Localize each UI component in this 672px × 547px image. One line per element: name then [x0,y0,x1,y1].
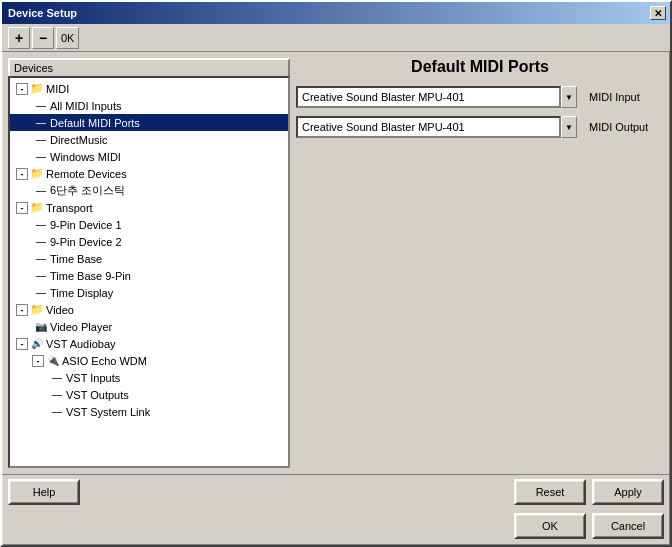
tree-item-vst-inputs[interactable]: — VST Inputs [10,369,288,386]
cancel-button[interactable]: Cancel [592,513,664,539]
tree-label-vst-syslink: VST System Link [66,406,150,418]
devices-header: Devices [8,58,290,76]
tree-item-9pin2[interactable]: — 9-Pin Device 2 [10,233,288,250]
folder-icon-video: 📁 [30,303,44,317]
tree-item-remote-devices[interactable]: - 📁 Remote Devices [10,165,288,182]
tree-item-windows-midi[interactable]: — Windows MIDI [10,148,288,165]
tree-label-9pin1: 9-Pin Device 1 [50,219,122,231]
tree-item-videoplayer[interactable]: 📷 Video Player [10,318,288,335]
leaf-icon-vst-inputs: — [50,371,64,385]
tree-label-vst-outputs: VST Outputs [66,389,129,401]
apply-button[interactable]: Apply [592,479,664,505]
tree-item-video[interactable]: - 📁 Video [10,301,288,318]
tree-item-timebase[interactable]: — Time Base [10,250,288,267]
tree-item-vst-outputs[interactable]: — VST Outputs [10,386,288,403]
device-setup-window: Device Setup ✕ + − 0K Devices - 📁 MIDI [0,0,672,547]
leaf-icon-directmusic: — [34,133,48,147]
title-bar: Device Setup ✕ [2,2,670,24]
midi-settings: Creative Sound Blaster MPU-401 ▼ MIDI In… [296,86,664,468]
leaf-icon-windows-midi: — [34,150,48,164]
tree-label-video: Video [46,304,74,316]
tree-item-all-midi[interactable]: — All MIDI Inputs [10,97,288,114]
midi-output-dropdown-arrow[interactable]: ▼ [561,116,577,138]
tree-label-videoplayer: Video Player [50,321,112,333]
midi-output-select-wrapper: Creative Sound Blaster MPU-401 ▼ [296,116,577,138]
tree-item-transport[interactable]: - 📁 Transport [10,199,288,216]
midi-input-select-wrapper: Creative Sound Blaster MPU-401 ▼ [296,86,577,108]
tree-label-transport: Transport [46,202,93,214]
leaf-icon-timebase: — [34,252,48,266]
leaf-icon-9pin2: — [34,235,48,249]
tree-item-directmusic[interactable]: — DirectMusic [10,131,288,148]
tree-label-midi: MIDI [46,83,69,95]
close-button[interactable]: ✕ [650,6,666,20]
folder-icon-transport: 📁 [30,201,44,215]
toggle-transport[interactable]: - [16,202,28,214]
tree-scroll-area[interactable]: - 📁 MIDI — All MIDI Inputs — Defaul [10,78,288,466]
folder-icon-remote: 📁 [30,167,44,181]
toggle-remote[interactable]: - [16,168,28,180]
bottom-button-row: Help Reset Apply [2,474,670,509]
midi-input-label: MIDI Input [589,91,664,103]
tree-label-windows-midi: Windows MIDI [50,151,121,163]
ok-small-button[interactable]: 0K [56,27,79,49]
midi-output-select[interactable]: Creative Sound Blaster MPU-401 [296,116,561,138]
tree-item-timebase9[interactable]: — Time Base 9-Pin [10,267,288,284]
toggle-video[interactable]: - [16,304,28,316]
tree-item-midi[interactable]: - 📁 MIDI [10,80,288,97]
ok-button[interactable]: OK [514,513,586,539]
reset-button[interactable]: Reset [514,479,586,505]
leaf-icon-vst-outputs: — [50,388,64,402]
tree-label-timebase: Time Base [50,253,102,265]
camera-icon-videoplayer: 📷 [34,320,48,334]
chip-icon-asio: 🔌 [46,354,60,368]
folder-icon-midi: 📁 [30,82,44,96]
toggle-asio[interactable]: - [32,355,44,367]
toolbar: + − 0K [2,24,670,52]
leaf-icon-timedisplay: — [34,286,48,300]
toggle-vst-audiobay[interactable]: - [16,338,28,350]
tree-label-vst-inputs: VST Inputs [66,372,120,384]
tree-label-directmusic: DirectMusic [50,134,107,146]
tree-container: - 📁 MIDI — All MIDI Inputs — Defaul [8,76,290,468]
speaker-icon-vst: 🔊 [30,337,44,351]
tree-item-vst-audiobay[interactable]: - 🔊 VST Audiobay [10,335,288,352]
tree-label-all-midi: All MIDI Inputs [50,100,122,112]
leaf-icon-default-midi: — [34,116,48,130]
tree-label-timebase9: Time Base 9-Pin [50,270,131,282]
tree-label-default-midi: Default MIDI Ports [50,117,140,129]
window-title: Device Setup [8,7,77,19]
tree-item-timedisplay[interactable]: — Time Display [10,284,288,301]
add-device-button[interactable]: + [8,27,30,49]
final-button-row: OK Cancel [2,509,670,545]
right-panel: Default MIDI Ports Creative Sound Blaste… [296,58,664,468]
midi-output-row: Creative Sound Blaster MPU-401 ▼ MIDI Ou… [296,116,664,138]
tree-item-default-midi[interactable]: — Default MIDI Ports [10,114,288,131]
midi-output-label: MIDI Output [589,121,664,133]
tree-label-joystick: 6단추 조이스틱 [50,183,125,198]
tree-label-vst-audiobay: VST Audiobay [46,338,116,350]
bottom-right-buttons: Reset Apply [514,479,664,505]
tree-item-vst-syslink[interactable]: — VST System Link [10,403,288,420]
tree-label-9pin2: 9-Pin Device 2 [50,236,122,248]
tree-item-asio-echo[interactable]: - 🔌 ASIO Echo WDM [10,352,288,369]
help-button[interactable]: Help [8,479,80,505]
tree-label-asio: ASIO Echo WDM [62,355,147,367]
bottom-left-buttons: Help [8,479,80,505]
midi-input-row: Creative Sound Blaster MPU-401 ▼ MIDI In… [296,86,664,108]
leaf-icon-vst-syslink: — [50,405,64,419]
leaf-icon-joystick: — [34,184,48,198]
leaf-icon-timebase9: — [34,269,48,283]
tree-item-9pin1[interactable]: — 9-Pin Device 1 [10,216,288,233]
midi-input-dropdown-arrow[interactable]: ▼ [561,86,577,108]
toggle-midi[interactable]: - [16,83,28,95]
leaf-icon-all-midi: — [34,99,48,113]
main-content: Devices - 📁 MIDI — All MIDI Inputs [2,52,670,474]
remove-device-button[interactable]: − [32,27,54,49]
section-title: Default MIDI Ports [296,58,664,76]
midi-input-select[interactable]: Creative Sound Blaster MPU-401 [296,86,561,108]
tree-label-remote: Remote Devices [46,168,127,180]
tree-item-joystick[interactable]: — 6단추 조이스틱 [10,182,288,199]
tree-label-timedisplay: Time Display [50,287,113,299]
left-panel: Devices - 📁 MIDI — All MIDI Inputs [8,58,290,468]
